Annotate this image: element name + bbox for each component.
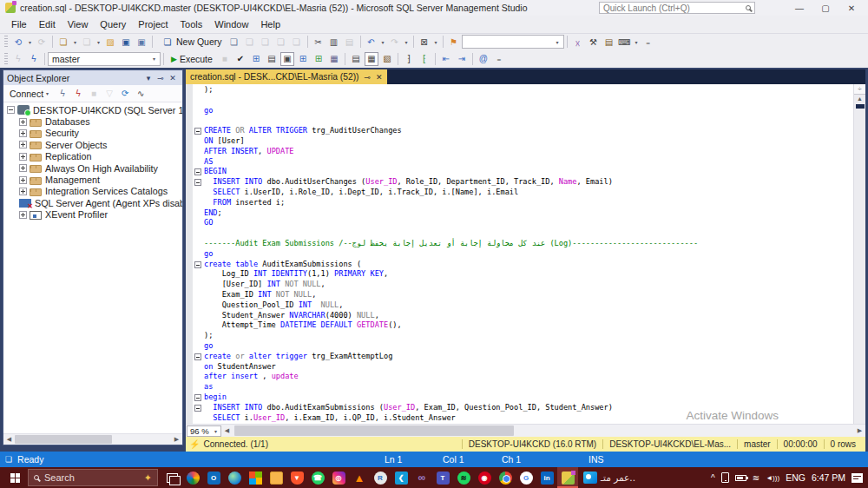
dropdown-arrow-icon[interactable]: ▾ (634, 39, 640, 45)
debug-icon[interactable]: ⊠ (418, 35, 431, 49)
language-indicator[interactable]: ENG (786, 472, 806, 483)
whatsapp-button[interactable]: ☎ (307, 467, 328, 488)
connect-icon[interactable]: ϟ (11, 52, 25, 66)
tab-close-icon[interactable]: ✕ (376, 73, 383, 82)
intellisense-icon[interactable]: ▣ (280, 52, 294, 66)
dropdown-arrow-icon[interactable]: ▾ (95, 39, 102, 45)
menu-view[interactable]: View (62, 17, 95, 31)
tree-node-replication[interactable]: Replication (3, 151, 182, 162)
battery-icon[interactable] (735, 475, 746, 481)
results-to-grid-icon[interactable]: ▦ (365, 52, 378, 66)
toolbar-overflow-icon[interactable]: ₌ (641, 35, 655, 49)
code-line[interactable]: Exam_ID INT NOT NULL, (193, 290, 853, 300)
code-line[interactable] (193, 228, 853, 239)
code-line[interactable]: INSERT INTO dbo.AuditUserChanges (User_I… (193, 177, 853, 188)
panel-menu-icon[interactable]: ▾ (142, 74, 155, 82)
dropdown-arrow-icon[interactable]: ▾ (72, 39, 78, 45)
menu-help[interactable]: Help (254, 17, 286, 31)
specify-template-values-icon[interactable]: @ (477, 52, 490, 66)
wifi-icon[interactable]: ≋ (753, 473, 760, 483)
execute-button[interactable]: ▶Execute (167, 51, 217, 66)
tree-expand-icon[interactable] (19, 118, 27, 126)
scroll-left-icon[interactable]: ◀ (3, 436, 15, 443)
connect-button[interactable]: Connect▾ (6, 89, 55, 99)
estimated-plan-icon[interactable]: ⊞ (249, 52, 263, 66)
command-window-icon[interactable]: ⌨ (618, 35, 632, 49)
tree-node-sql-server-agent-agent-xps-disabled-[interactable]: SQL Server Agent (Agent XPs disabled) (3, 197, 182, 208)
fold-collapse-icon[interactable] (194, 394, 201, 401)
code-line[interactable]: -------Audit Exam Submissions /--عند كل … (193, 239, 853, 249)
visual-studio-button[interactable]: ∞ (411, 467, 432, 488)
tree-expand-icon[interactable] (19, 129, 27, 137)
code-line[interactable]: SELECT i.UserID, i.Role_ID, i.Dept_ID, i… (193, 188, 853, 198)
toolbar-overflow-icon[interactable]: ₌ (492, 52, 506, 66)
photos-button[interactable] (182, 467, 203, 488)
show-hidden-icons[interactable]: ^ (711, 473, 715, 483)
cancel-query-icon[interactable]: ■ (218, 52, 232, 66)
menu-edit[interactable]: Edit (33, 17, 62, 31)
tree-node-server-objects[interactable]: Server Objects (3, 139, 182, 150)
volume-icon[interactable]: ◄))) (766, 474, 779, 482)
code-line[interactable]: BEGIN (193, 167, 853, 177)
chrome-button[interactable] (495, 467, 516, 488)
query-options-icon[interactable]: ▤ (265, 52, 279, 66)
vlc-button[interactable]: ▲ (349, 467, 370, 488)
oe-activity-monitor-icon[interactable]: ∿ (134, 87, 148, 101)
code-line[interactable]: as (193, 382, 853, 392)
nav-backward-icon[interactable]: ⟲ (11, 35, 25, 49)
code-line[interactable]: GO (193, 218, 853, 228)
process-combo[interactable]: ▾ (462, 35, 564, 49)
code-line[interactable]: FROM inserted i; (193, 198, 853, 208)
tab-creation-sql[interactable]: creation.sql - DESK...CKD\EL-Masria (52)… (186, 69, 387, 84)
microsoft-store-button[interactable] (245, 467, 266, 488)
paste-icon[interactable]: ▤ (343, 35, 357, 49)
code-line[interactable]: go (193, 341, 853, 352)
tree-node-security[interactable]: Security (3, 128, 182, 139)
fold-collapse-icon[interactable] (194, 168, 201, 175)
code-line[interactable]: after insert , update (193, 372, 853, 382)
your-phone-icon[interactable] (721, 472, 729, 483)
code-line[interactable]: create table AuditExamSubmissions ( (193, 260, 853, 270)
database-selector[interactable]: master▾ (48, 52, 161, 66)
code-line[interactable]: Question_Pool_ID INT NULL, (193, 300, 853, 311)
menu-tools[interactable]: Tools (174, 17, 209, 31)
editor-vscrollbar[interactable]: ÷ ▲ (853, 84, 865, 424)
edge-button[interactable] (224, 467, 245, 488)
menu-file[interactable]: File (5, 17, 33, 31)
fold-collapse-icon[interactable] (194, 353, 201, 360)
tree-expand-icon[interactable] (19, 153, 27, 161)
increase-indent-icon[interactable]: ⇥ (455, 52, 469, 66)
object-explorer-header[interactable]: Object Explorer ▾ ⊸ ✕ (3, 70, 182, 85)
file-explorer-button[interactable] (266, 467, 286, 488)
pin-icon[interactable]: ⊸ (155, 74, 167, 82)
code-line[interactable]: END; (193, 208, 853, 219)
maximize-button[interactable]: ▢ (812, 0, 838, 16)
tab-pin-icon[interactable]: ⊸ (365, 73, 372, 82)
save-icon[interactable]: ▣ (119, 35, 133, 49)
clock[interactable]: 6:47 PM (812, 472, 845, 483)
results-to-file-icon[interactable]: ▧ (380, 52, 394, 66)
code-line[interactable]: ON [User] (193, 136, 853, 147)
brave-button[interactable]: ▼ (286, 467, 307, 488)
add-item-icon[interactable]: ❏ (80, 35, 94, 49)
dropdown-arrow-icon[interactable]: ▾ (404, 39, 410, 45)
database-engine-query-icon[interactable]: ❏ (227, 35, 241, 49)
toolbar-grip[interactable] (4, 53, 8, 65)
redo-icon[interactable]: ↷ (388, 35, 402, 49)
dropdown-arrow-icon[interactable]: ▾ (433, 39, 439, 45)
oe-filter-icon[interactable]: ▽ (102, 87, 116, 101)
new-query-button[interactable]: ❏New Query (155, 35, 227, 49)
menu-query[interactable]: Query (94, 17, 132, 31)
scroll-thumb[interactable] (15, 435, 112, 444)
dropdown-arrow-icon[interactable]: ▾ (380, 39, 386, 45)
breakpoint-flag-icon[interactable]: ⚑ (447, 35, 461, 49)
parse-icon[interactable]: ✔ (233, 52, 247, 66)
splitter-handle[interactable]: ÷ (854, 84, 865, 95)
cut-icon[interactable]: ✂ (312, 35, 326, 49)
linkedin-button[interactable]: in (536, 467, 557, 488)
scroll-thumb[interactable] (234, 425, 514, 436)
fold-collapse-icon[interactable] (194, 405, 201, 412)
change-connection-icon[interactable]: ϟ (27, 52, 41, 66)
outlook-button[interactable]: O (203, 467, 224, 488)
analysis-query-icon[interactable]: ❏ (243, 35, 257, 49)
